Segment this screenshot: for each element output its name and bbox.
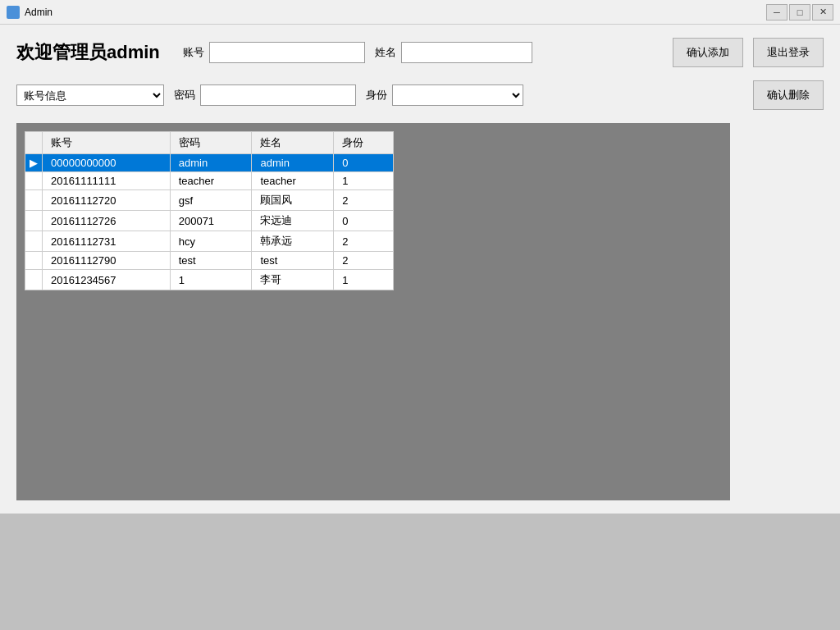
table-body: ▶00000000000adminadmin020161111111teache…	[25, 154, 394, 290]
cell-account: 00000000000	[43, 154, 171, 172]
cell-password: test	[170, 252, 252, 270]
cell-name: 李哥	[252, 270, 334, 290]
account-field-group: 账号	[183, 42, 365, 63]
app-icon	[7, 6, 20, 19]
header-row-1: 欢迎管理员admin 账号 姓名 确认添加 退出登录	[16, 38, 824, 67]
password-field-group: 密码	[174, 84, 356, 106]
minimize-button[interactable]: ─	[766, 4, 788, 21]
row-pointer	[25, 190, 43, 211]
identity-field-group: 身份 0 1 2	[366, 84, 523, 106]
cell-identity: 2	[334, 231, 394, 252]
cell-password: 1	[170, 270, 252, 290]
name-input[interactable]	[401, 42, 532, 63]
col-name: 姓名	[252, 132, 334, 154]
col-pointer	[25, 132, 43, 154]
table-container: 账号 密码 姓名 身份 ▶00000000000adminadmin020161…	[16, 123, 730, 500]
cell-account: 20161112790	[43, 252, 171, 270]
row-pointer	[25, 270, 43, 290]
cell-account: 20161112726	[43, 211, 171, 231]
cell-account: 20161111111	[43, 172, 171, 190]
cell-password: gsf	[170, 190, 252, 211]
cell-identity: 1	[334, 270, 394, 290]
table-row[interactable]: 20161112726200071宋远迪0	[25, 211, 394, 231]
identity-label: 身份	[366, 88, 387, 103]
row-pointer	[25, 252, 43, 270]
cell-identity: 1	[334, 172, 394, 190]
cell-password: teacher	[170, 172, 252, 190]
title-bar: Admin ─ □ ✕	[0, 0, 840, 25]
row-pointer	[25, 231, 43, 252]
name-label: 姓名	[375, 45, 396, 60]
password-label: 密码	[174, 88, 195, 103]
table-row[interactable]: ▶00000000000adminadmin0	[25, 154, 394, 172]
col-account: 账号	[43, 132, 171, 154]
table-header-row: 账号 密码 姓名 身份	[25, 132, 394, 154]
account-label: 账号	[183, 45, 204, 60]
window-controls: ─ □ ✕	[766, 4, 833, 21]
cell-password: admin	[170, 154, 252, 172]
cell-account: 20161112731	[43, 231, 171, 252]
cell-name: teacher	[252, 172, 334, 190]
cell-password: 200071	[170, 211, 252, 231]
col-password: 密码	[170, 132, 252, 154]
cell-name: 韩承远	[252, 231, 334, 252]
password-input[interactable]	[200, 84, 356, 106]
title-bar-text: Admin	[25, 7, 766, 18]
add-button[interactable]: 确认添加	[673, 38, 743, 67]
table-row[interactable]: 20161112790testtest2	[25, 252, 394, 270]
cell-identity: 0	[334, 211, 394, 231]
cell-account: 20161112720	[43, 190, 171, 211]
welcome-text: 欢迎管理员admin	[16, 40, 160, 65]
cell-identity: 2	[334, 190, 394, 211]
table-row[interactable]: 20161111111teacherteacher1	[25, 172, 394, 190]
cell-name: 顾国风	[252, 190, 334, 211]
cell-identity: 0	[334, 154, 394, 172]
row-pointer: ▶	[25, 154, 43, 172]
name-field-group: 姓名	[375, 42, 532, 63]
cell-name: test	[252, 252, 334, 270]
data-table: 账号 密码 姓名 身份 ▶00000000000adminadmin020161…	[25, 131, 394, 290]
table-row[interactable]: 201612345671李哥1	[25, 270, 394, 290]
close-button[interactable]: ✕	[812, 4, 833, 21]
maximize-button[interactable]: □	[789, 4, 810, 21]
identity-dropdown[interactable]: 0 1 2	[392, 84, 523, 106]
cell-identity: 2	[334, 252, 394, 270]
delete-button[interactable]: 确认删除	[753, 80, 824, 110]
row-pointer	[25, 172, 43, 190]
cell-name: admin	[252, 154, 334, 172]
window-content: 欢迎管理员admin 账号 姓名 确认添加 退出登录 账号信息 密码 身份 0 …	[0, 25, 840, 514]
table-row[interactable]: 20161112731hcy韩承远2	[25, 231, 394, 252]
col-identity: 身份	[334, 132, 394, 154]
account-input[interactable]	[209, 42, 365, 63]
cell-password: hcy	[170, 231, 252, 252]
cell-account: 20161234567	[43, 270, 171, 290]
header-row-2: 账号信息 密码 身份 0 1 2 确认删除	[16, 80, 824, 110]
row-pointer	[25, 211, 43, 231]
account-info-dropdown[interactable]: 账号信息	[16, 84, 164, 106]
cell-name: 宋远迪	[252, 211, 334, 231]
table-row[interactable]: 20161112720gsf顾国风2	[25, 190, 394, 211]
logout-button[interactable]: 退出登录	[753, 38, 824, 67]
